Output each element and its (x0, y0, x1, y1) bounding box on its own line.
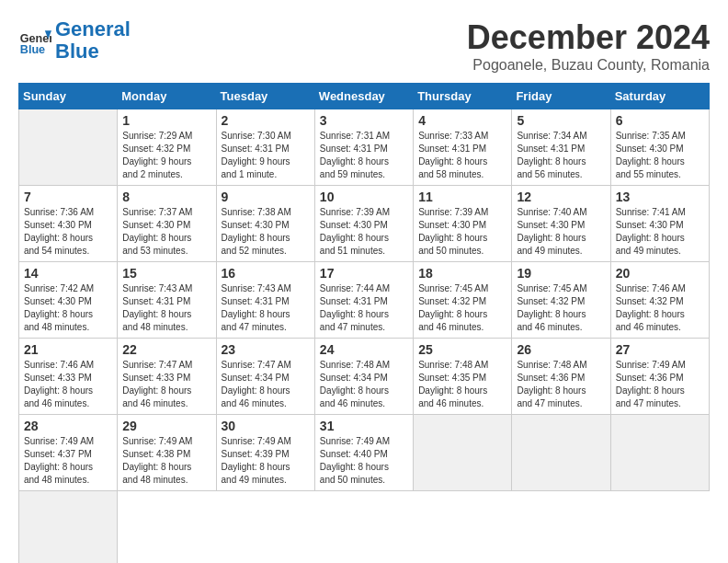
day-number: 20 (616, 266, 704, 281)
title-block: December 2024 Pogoanele, Buzau County, R… (467, 18, 710, 74)
empty-day (19, 491, 118, 564)
day-number: 15 (122, 266, 210, 281)
calendar-day: 5Sunrise: 7:34 AMSunset: 4:31 PMDaylight… (512, 109, 610, 186)
day-info: Sunrise: 7:38 AMSunset: 4:30 PMDaylight:… (222, 206, 310, 258)
calendar-day: 8Sunrise: 7:37 AMSunset: 4:30 PMDaylight… (118, 186, 216, 262)
day-info: Sunrise: 7:45 AMSunset: 4:32 PMDaylight:… (517, 282, 605, 334)
calendar-day: 19Sunrise: 7:45 AMSunset: 4:32 PMDayligh… (512, 262, 610, 339)
day-info: Sunrise: 7:49 AMSunset: 4:38 PMDaylight:… (122, 435, 210, 487)
day-number: 10 (320, 190, 408, 204)
day-info: Sunrise: 7:36 AMSunset: 4:30 PMDaylight:… (24, 206, 112, 258)
calendar-row: 28Sunrise: 7:49 AMSunset: 4:37 PMDayligh… (19, 415, 710, 491)
svg-text:Blue: Blue (20, 44, 45, 57)
day-number: 29 (122, 419, 210, 433)
calendar-day: 13Sunrise: 7:41 AMSunset: 4:30 PMDayligh… (610, 186, 709, 262)
header-sunday: Sunday (19, 84, 118, 109)
calendar-day: 20Sunrise: 7:46 AMSunset: 4:32 PMDayligh… (610, 262, 709, 339)
day-info: Sunrise: 7:46 AMSunset: 4:33 PMDaylight:… (24, 359, 112, 410)
day-number: 13 (616, 190, 704, 204)
header-tuesday: Tuesday (216, 84, 314, 109)
day-number: 9 (222, 190, 310, 204)
calendar-row (19, 491, 710, 564)
header-friday: Friday (512, 84, 610, 109)
calendar-day: 12Sunrise: 7:40 AMSunset: 4:30 PMDayligh… (512, 186, 610, 262)
day-number: 28 (24, 419, 112, 433)
calendar-day: 4Sunrise: 7:33 AMSunset: 4:31 PMDaylight… (414, 109, 512, 186)
day-info: Sunrise: 7:44 AMSunset: 4:31 PMDaylight:… (320, 282, 408, 334)
day-number: 12 (517, 190, 605, 204)
day-number: 30 (222, 419, 310, 433)
day-info: Sunrise: 7:42 AMSunset: 4:30 PMDaylight:… (24, 282, 112, 334)
calendar-day: 16Sunrise: 7:43 AMSunset: 4:31 PMDayligh… (216, 262, 314, 339)
day-number: 18 (418, 266, 506, 281)
day-info: Sunrise: 7:48 AMSunset: 4:35 PMDaylight:… (418, 359, 506, 410)
calendar-day: 6Sunrise: 7:35 AMSunset: 4:30 PMDaylight… (610, 109, 709, 186)
day-number: 11 (418, 190, 506, 204)
day-info: Sunrise: 7:39 AMSunset: 4:30 PMDaylight:… (418, 206, 506, 258)
day-number: 25 (418, 342, 506, 357)
calendar-day: 22Sunrise: 7:47 AMSunset: 4:33 PMDayligh… (118, 339, 216, 415)
page-header: General Blue GeneralBlue December 2024 P… (18, 18, 710, 74)
logo-icon: General Blue (18, 24, 51, 57)
day-info: Sunrise: 7:30 AMSunset: 4:31 PMDaylight:… (222, 130, 310, 181)
day-number: 23 (222, 342, 310, 357)
day-info: Sunrise: 7:48 AMSunset: 4:36 PMDaylight:… (517, 359, 605, 410)
day-info: Sunrise: 7:49 AMSunset: 4:36 PMDaylight:… (616, 359, 704, 410)
empty-day (414, 415, 512, 491)
day-info: Sunrise: 7:41 AMSunset: 4:30 PMDaylight:… (616, 206, 704, 258)
calendar-row: 14Sunrise: 7:42 AMSunset: 4:30 PMDayligh… (19, 262, 710, 339)
day-info: Sunrise: 7:43 AMSunset: 4:31 PMDaylight:… (122, 282, 210, 334)
empty-day (512, 415, 610, 491)
header-saturday: Saturday (610, 84, 709, 109)
day-number: 6 (616, 113, 704, 128)
day-info: Sunrise: 7:43 AMSunset: 4:31 PMDaylight:… (222, 282, 310, 334)
calendar-day: 9Sunrise: 7:38 AMSunset: 4:30 PMDaylight… (216, 186, 314, 262)
day-info: Sunrise: 7:47 AMSunset: 4:34 PMDaylight:… (222, 359, 310, 410)
calendar-day: 14Sunrise: 7:42 AMSunset: 4:30 PMDayligh… (19, 262, 118, 339)
day-number: 14 (24, 266, 112, 281)
calendar-day: 26Sunrise: 7:48 AMSunset: 4:36 PMDayligh… (512, 339, 610, 415)
calendar-day: 11Sunrise: 7:39 AMSunset: 4:30 PMDayligh… (414, 186, 512, 262)
day-info: Sunrise: 7:34 AMSunset: 4:31 PMDaylight:… (517, 130, 605, 181)
calendar-day: 10Sunrise: 7:39 AMSunset: 4:30 PMDayligh… (314, 186, 413, 262)
calendar-row: 1Sunrise: 7:29 AMSunset: 4:32 PMDaylight… (19, 109, 710, 186)
day-info: Sunrise: 7:48 AMSunset: 4:34 PMDaylight:… (320, 359, 408, 410)
day-info: Sunrise: 7:49 AMSunset: 4:39 PMDaylight:… (222, 435, 310, 487)
calendar-day: 21Sunrise: 7:46 AMSunset: 4:33 PMDayligh… (19, 339, 118, 415)
calendar-day: 15Sunrise: 7:43 AMSunset: 4:31 PMDayligh… (118, 262, 216, 339)
logo-text: GeneralBlue (55, 18, 131, 63)
day-info: Sunrise: 7:39 AMSunset: 4:30 PMDaylight:… (320, 206, 408, 258)
day-info: Sunrise: 7:40 AMSunset: 4:30 PMDaylight:… (517, 206, 605, 258)
day-info: Sunrise: 7:31 AMSunset: 4:31 PMDaylight:… (320, 130, 408, 181)
day-number: 27 (616, 342, 704, 357)
day-number: 8 (122, 190, 210, 204)
day-info: Sunrise: 7:33 AMSunset: 4:31 PMDaylight:… (418, 130, 506, 181)
day-info: Sunrise: 7:49 AMSunset: 4:37 PMDaylight:… (24, 435, 112, 487)
calendar-row: 7Sunrise: 7:36 AMSunset: 4:30 PMDaylight… (19, 186, 710, 262)
day-info: Sunrise: 7:37 AMSunset: 4:30 PMDaylight:… (122, 206, 210, 258)
day-number: 16 (222, 266, 310, 281)
empty-day (610, 415, 709, 491)
calendar-day: 24Sunrise: 7:48 AMSunset: 4:34 PMDayligh… (314, 339, 413, 415)
day-number: 22 (122, 342, 210, 357)
calendar-row: 21Sunrise: 7:46 AMSunset: 4:33 PMDayligh… (19, 339, 710, 415)
day-number: 26 (517, 342, 605, 357)
calendar-day: 18Sunrise: 7:45 AMSunset: 4:32 PMDayligh… (414, 262, 512, 339)
day-number: 5 (517, 113, 605, 128)
weekday-header-row: Sunday Monday Tuesday Wednesday Thursday… (19, 84, 710, 109)
day-number: 21 (24, 342, 112, 357)
day-info: Sunrise: 7:45 AMSunset: 4:32 PMDaylight:… (418, 282, 506, 334)
calendar-table: Sunday Monday Tuesday Wednesday Thursday… (18, 83, 710, 563)
logo: General Blue GeneralBlue (18, 18, 131, 63)
day-info: Sunrise: 7:29 AMSunset: 4:32 PMDaylight:… (122, 130, 210, 181)
calendar-day: 30Sunrise: 7:49 AMSunset: 4:39 PMDayligh… (216, 415, 314, 491)
day-number: 17 (320, 266, 408, 281)
day-info: Sunrise: 7:47 AMSunset: 4:33 PMDaylight:… (122, 359, 210, 410)
calendar-day: 2Sunrise: 7:30 AMSunset: 4:31 PMDaylight… (216, 109, 314, 186)
calendar-day: 1Sunrise: 7:29 AMSunset: 4:32 PMDaylight… (118, 109, 216, 186)
day-number: 4 (418, 113, 506, 128)
calendar-day: 3Sunrise: 7:31 AMSunset: 4:31 PMDaylight… (314, 109, 413, 186)
day-info: Sunrise: 7:49 AMSunset: 4:40 PMDaylight:… (320, 435, 408, 487)
calendar-day: 28Sunrise: 7:49 AMSunset: 4:37 PMDayligh… (19, 415, 118, 491)
empty-day (19, 109, 118, 186)
